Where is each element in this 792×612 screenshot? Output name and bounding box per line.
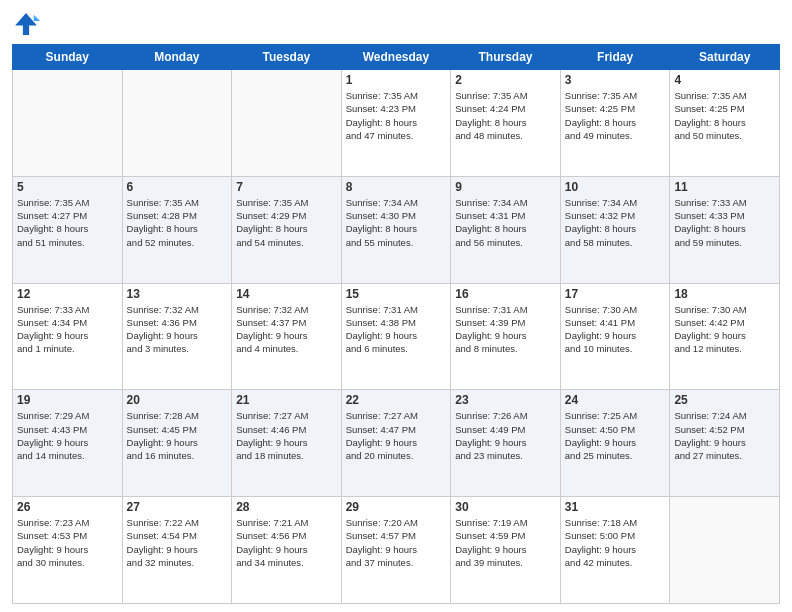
calendar-cell: 6Sunrise: 7:35 AM Sunset: 4:28 PM Daylig… [122,176,232,283]
day-info: Sunrise: 7:33 AM Sunset: 4:34 PM Dayligh… [17,303,118,356]
day-number: 29 [346,500,447,514]
day-number: 1 [346,73,447,87]
day-number: 18 [674,287,775,301]
day-number: 2 [455,73,556,87]
calendar-cell: 30Sunrise: 7:19 AM Sunset: 4:59 PM Dayli… [451,497,561,604]
day-info: Sunrise: 7:32 AM Sunset: 4:36 PM Dayligh… [127,303,228,356]
day-number: 25 [674,393,775,407]
calendar-week-3: 12Sunrise: 7:33 AM Sunset: 4:34 PM Dayli… [13,283,780,390]
day-number: 23 [455,393,556,407]
calendar-cell [13,70,123,177]
day-number: 17 [565,287,666,301]
calendar-cell: 4Sunrise: 7:35 AM Sunset: 4:25 PM Daylig… [670,70,780,177]
svg-marker-0 [15,13,37,35]
day-number: 3 [565,73,666,87]
calendar-cell: 24Sunrise: 7:25 AM Sunset: 4:50 PM Dayli… [560,390,670,497]
weekday-header-tuesday: Tuesday [232,45,342,70]
day-number: 7 [236,180,337,194]
calendar-cell: 18Sunrise: 7:30 AM Sunset: 4:42 PM Dayli… [670,283,780,390]
day-number: 31 [565,500,666,514]
day-number: 15 [346,287,447,301]
day-number: 27 [127,500,228,514]
calendar-cell: 9Sunrise: 7:34 AM Sunset: 4:31 PM Daylig… [451,176,561,283]
calendar-week-2: 5Sunrise: 7:35 AM Sunset: 4:27 PM Daylig… [13,176,780,283]
calendar-table: SundayMondayTuesdayWednesdayThursdayFrid… [12,44,780,604]
day-number: 4 [674,73,775,87]
day-number: 13 [127,287,228,301]
calendar-cell: 11Sunrise: 7:33 AM Sunset: 4:33 PM Dayli… [670,176,780,283]
page-container: SundayMondayTuesdayWednesdayThursdayFrid… [0,0,792,612]
calendar-cell: 25Sunrise: 7:24 AM Sunset: 4:52 PM Dayli… [670,390,780,497]
calendar-cell: 19Sunrise: 7:29 AM Sunset: 4:43 PM Dayli… [13,390,123,497]
calendar-cell: 23Sunrise: 7:26 AM Sunset: 4:49 PM Dayli… [451,390,561,497]
calendar-cell: 28Sunrise: 7:21 AM Sunset: 4:56 PM Dayli… [232,497,342,604]
calendar-cell [670,497,780,604]
day-info: Sunrise: 7:35 AM Sunset: 4:27 PM Dayligh… [17,196,118,249]
day-info: Sunrise: 7:32 AM Sunset: 4:37 PM Dayligh… [236,303,337,356]
calendar-cell: 10Sunrise: 7:34 AM Sunset: 4:32 PM Dayli… [560,176,670,283]
day-number: 14 [236,287,337,301]
day-number: 9 [455,180,556,194]
day-number: 22 [346,393,447,407]
day-number: 24 [565,393,666,407]
weekday-header-thursday: Thursday [451,45,561,70]
calendar-cell: 12Sunrise: 7:33 AM Sunset: 4:34 PM Dayli… [13,283,123,390]
calendar-cell: 14Sunrise: 7:32 AM Sunset: 4:37 PM Dayli… [232,283,342,390]
day-info: Sunrise: 7:34 AM Sunset: 4:30 PM Dayligh… [346,196,447,249]
day-number: 30 [455,500,556,514]
day-info: Sunrise: 7:30 AM Sunset: 4:42 PM Dayligh… [674,303,775,356]
day-number: 6 [127,180,228,194]
day-number: 19 [17,393,118,407]
calendar-cell: 26Sunrise: 7:23 AM Sunset: 4:53 PM Dayli… [13,497,123,604]
day-info: Sunrise: 7:35 AM Sunset: 4:25 PM Dayligh… [674,89,775,142]
calendar-cell: 21Sunrise: 7:27 AM Sunset: 4:46 PM Dayli… [232,390,342,497]
day-info: Sunrise: 7:19 AM Sunset: 4:59 PM Dayligh… [455,516,556,569]
day-info: Sunrise: 7:27 AM Sunset: 4:47 PM Dayligh… [346,409,447,462]
calendar-cell: 22Sunrise: 7:27 AM Sunset: 4:47 PM Dayli… [341,390,451,497]
logo [12,10,44,38]
weekday-header-sunday: Sunday [13,45,123,70]
weekday-header-monday: Monday [122,45,232,70]
day-info: Sunrise: 7:20 AM Sunset: 4:57 PM Dayligh… [346,516,447,569]
weekday-header-wednesday: Wednesday [341,45,451,70]
calendar-week-4: 19Sunrise: 7:29 AM Sunset: 4:43 PM Dayli… [13,390,780,497]
day-info: Sunrise: 7:35 AM Sunset: 4:29 PM Dayligh… [236,196,337,249]
calendar-cell: 1Sunrise: 7:35 AM Sunset: 4:23 PM Daylig… [341,70,451,177]
calendar-cell: 8Sunrise: 7:34 AM Sunset: 4:30 PM Daylig… [341,176,451,283]
calendar-cell: 15Sunrise: 7:31 AM Sunset: 4:38 PM Dayli… [341,283,451,390]
day-number: 21 [236,393,337,407]
calendar-cell [232,70,342,177]
day-number: 8 [346,180,447,194]
day-info: Sunrise: 7:25 AM Sunset: 4:50 PM Dayligh… [565,409,666,462]
day-info: Sunrise: 7:23 AM Sunset: 4:53 PM Dayligh… [17,516,118,569]
weekday-header-row: SundayMondayTuesdayWednesdayThursdayFrid… [13,45,780,70]
calendar-cell: 3Sunrise: 7:35 AM Sunset: 4:25 PM Daylig… [560,70,670,177]
day-info: Sunrise: 7:33 AM Sunset: 4:33 PM Dayligh… [674,196,775,249]
day-info: Sunrise: 7:22 AM Sunset: 4:54 PM Dayligh… [127,516,228,569]
calendar-cell: 13Sunrise: 7:32 AM Sunset: 4:36 PM Dayli… [122,283,232,390]
calendar-cell: 20Sunrise: 7:28 AM Sunset: 4:45 PM Dayli… [122,390,232,497]
day-info: Sunrise: 7:18 AM Sunset: 5:00 PM Dayligh… [565,516,666,569]
svg-marker-1 [34,15,40,21]
day-info: Sunrise: 7:35 AM Sunset: 4:25 PM Dayligh… [565,89,666,142]
day-number: 10 [565,180,666,194]
day-number: 12 [17,287,118,301]
day-info: Sunrise: 7:35 AM Sunset: 4:24 PM Dayligh… [455,89,556,142]
day-info: Sunrise: 7:27 AM Sunset: 4:46 PM Dayligh… [236,409,337,462]
day-info: Sunrise: 7:34 AM Sunset: 4:31 PM Dayligh… [455,196,556,249]
calendar-cell [122,70,232,177]
weekday-header-saturday: Saturday [670,45,780,70]
day-info: Sunrise: 7:35 AM Sunset: 4:23 PM Dayligh… [346,89,447,142]
weekday-header-friday: Friday [560,45,670,70]
day-info: Sunrise: 7:24 AM Sunset: 4:52 PM Dayligh… [674,409,775,462]
day-number: 20 [127,393,228,407]
day-number: 11 [674,180,775,194]
day-number: 26 [17,500,118,514]
calendar-cell: 27Sunrise: 7:22 AM Sunset: 4:54 PM Dayli… [122,497,232,604]
day-number: 16 [455,287,556,301]
day-info: Sunrise: 7:30 AM Sunset: 4:41 PM Dayligh… [565,303,666,356]
day-info: Sunrise: 7:26 AM Sunset: 4:49 PM Dayligh… [455,409,556,462]
header [12,10,780,38]
day-info: Sunrise: 7:29 AM Sunset: 4:43 PM Dayligh… [17,409,118,462]
day-info: Sunrise: 7:34 AM Sunset: 4:32 PM Dayligh… [565,196,666,249]
